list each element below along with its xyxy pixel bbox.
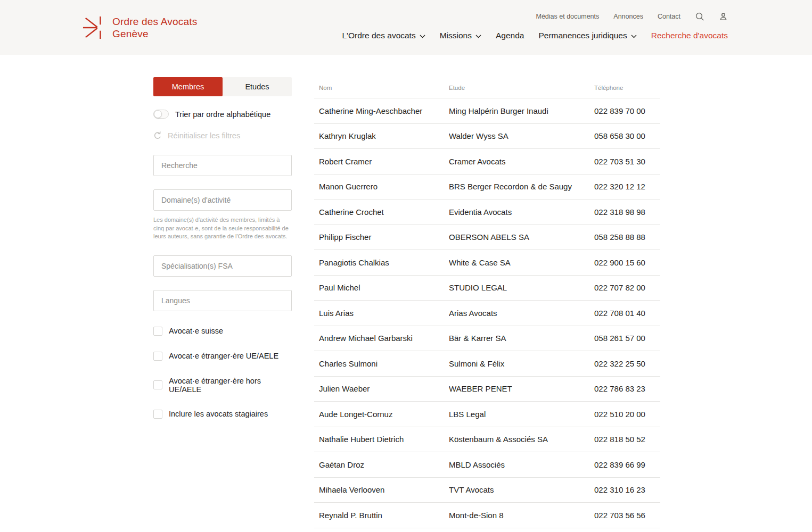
nav-contact[interactable]: Contact: [658, 13, 680, 20]
cell-nom: Aude Longet-Cornuz: [314, 410, 449, 419]
column-header-nom: Nom: [314, 85, 449, 91]
cell-etude: Köstenbaum & Associés SA: [449, 435, 594, 444]
domain-activity-input[interactable]: [153, 189, 292, 211]
cell-etude: Cramer Avocats: [449, 157, 594, 166]
cell-etude: White & Case SA: [449, 258, 594, 267]
nav-item-recherche-avocats[interactable]: Recherche d'avocats: [651, 30, 728, 41]
checkbox-avocat-etranger-hors-ue-aele[interactable]: Avocat·e étranger·ère hors UE/AELE: [153, 377, 292, 394]
reset-filters-button[interactable]: Réinitialiser les filtres: [153, 131, 292, 140]
reset-icon: [153, 131, 162, 140]
checkbox-box: [153, 352, 162, 361]
table-header-row: Nom Etude Téléphone: [314, 77, 660, 98]
cell-nom: Catherine Crochet: [314, 207, 449, 217]
nav-item-ordre-des-avocats[interactable]: L'Ordre des avocats: [342, 30, 425, 41]
site-logo[interactable]: Ordre des Avocats Genève: [83, 15, 197, 40]
sort-alphabetical-toggle[interactable]: [153, 110, 169, 119]
sort-toggle-label: Trier par ordre alphabétique: [175, 110, 270, 119]
cell-etude: Sulmoni & Félix: [449, 359, 594, 368]
reset-label: Réinitialiser les filtres: [168, 131, 240, 140]
cell-nom: Julien Waeber: [314, 384, 449, 393]
cell-tel: 022 708 01 40: [594, 309, 660, 318]
cell-etude: OBERSON ABELS SA: [449, 232, 594, 242]
checkbox-avocat-etranger-ue-aele[interactable]: Avocat·e étranger·ère UE/AELE: [153, 352, 292, 361]
cell-tel: 022 703 51 30: [594, 157, 660, 166]
table-row[interactable]: Charles SulmoniSulmoni & Félix022 322 25…: [314, 351, 660, 377]
cell-tel: 022 310 16 23: [594, 485, 660, 494]
result-type-tabs: Membres Etudes: [153, 77, 292, 96]
cell-nom: Reynald P. Bruttin: [314, 511, 449, 520]
domain-activity-note: Les domaine(s) d'activité des membres, l…: [153, 216, 290, 241]
table-row[interactable]: Philipp FischerOBERSON ABELS SA058 258 8…: [314, 225, 660, 251]
cell-tel: 022 818 50 52: [594, 435, 660, 444]
cell-etude: Ming Halpérin Burger Inaudi: [449, 106, 594, 115]
table-row[interactable]: Panagiotis ChalkiasWhite & Case SA022 90…: [314, 250, 660, 276]
cell-nom: Kathryn Kruglak: [314, 131, 449, 140]
languages-input[interactable]: [153, 290, 292, 311]
nav-item-permanences-juridiques[interactable]: Permanences juridiques: [538, 30, 636, 41]
cell-nom: Panagiotis Chalkias: [314, 258, 449, 267]
table-row[interactable]: Reynald P. BruttinMont-de-Sion 8022 703 …: [314, 503, 660, 528]
chevron-down-icon: [475, 35, 481, 38]
table-row[interactable]: Nathalie Hubert DietrichKöstenbaum & Ass…: [314, 427, 660, 453]
cell-etude: BRS Berger Recordon & de Saugy: [449, 182, 594, 191]
checkbox-box: [153, 380, 162, 389]
user-account-icon[interactable]: [719, 12, 728, 21]
cell-etude: LBS Legal: [449, 410, 594, 419]
cell-nom: Catherine Ming-Aeschbacher: [314, 106, 449, 115]
table-row[interactable]: Luis AriasArias Avocats022 708 01 40: [314, 301, 660, 326]
nav-item-missions[interactable]: Missions: [440, 30, 481, 41]
nav-item-agenda[interactable]: Agenda: [496, 30, 524, 41]
checkbox-inclure-avocats-stagiaires[interactable]: Inclure les avocats stagiaires: [153, 410, 292, 419]
table-row[interactable]: Manon GuerreroBRS Berger Recordon & de S…: [314, 174, 660, 200]
table-row[interactable]: Julien WaeberWAEBER PENET022 786 83 23: [314, 377, 660, 402]
nav-annonces[interactable]: Annonces: [613, 13, 643, 20]
cell-etude: Arias Avocats: [449, 309, 594, 318]
cell-etude: Bär & Karrer SA: [449, 334, 594, 343]
site-header: Ordre des Avocats Genève Médias et docum…: [0, 0, 812, 55]
toggle-knob: [154, 110, 162, 118]
search-icon[interactable]: [695, 12, 704, 21]
table-row[interactable]: Andrew Michael GarbarskiBär & Karrer SA0…: [314, 326, 660, 352]
cell-etude: WAEBER PENET: [449, 384, 594, 393]
cell-tel: 022 318 98 98: [594, 207, 660, 217]
cell-nom: Gaétan Droz: [314, 460, 449, 469]
checkbox-avocat-suisse[interactable]: Avocat·e suisse: [153, 327, 292, 336]
cell-nom: Andrew Michael Garbarski: [314, 334, 449, 343]
table-row[interactable]: Catherine CrochetEvidentia Avocats022 31…: [314, 200, 660, 225]
table-row[interactable]: Paul MichelSTUDIO LEGAL022 707 82 00: [314, 276, 660, 301]
cell-nom: Manon Guerrero: [314, 182, 449, 191]
cell-etude: STUDIO LEGAL: [449, 283, 594, 292]
table-row[interactable]: Gaétan DrozMBLD Associés022 839 66 99: [314, 452, 660, 478]
table-row[interactable]: Mihaela VerloovenTVT Avocats022 310 16 2…: [314, 478, 660, 503]
chevron-down-icon: [631, 35, 637, 38]
cell-tel: 022 703 56 56: [594, 511, 660, 520]
cell-etude: Mont-de-Sion 8: [449, 511, 594, 520]
cell-tel: 022 839 66 99: [594, 460, 660, 469]
column-header-telephone: Téléphone: [594, 85, 660, 91]
table-row[interactable]: Robert CramerCramer Avocats022 703 51 30: [314, 149, 660, 174]
tab-etudes[interactable]: Etudes: [223, 77, 292, 96]
cell-tel: 058 261 57 00: [594, 334, 660, 343]
table-row[interactable]: Aude Longet-CornuzLBS Legal022 510 20 00: [314, 402, 660, 427]
cell-tel: 022 786 83 23: [594, 384, 660, 393]
cell-nom: Nathalie Hubert Dietrich: [314, 435, 449, 444]
cell-nom: Robert Cramer: [314, 157, 449, 166]
fsa-specialisation-input[interactable]: [153, 255, 292, 277]
cell-nom: Luis Arias: [314, 309, 449, 318]
cell-tel: 022 510 20 00: [594, 410, 660, 419]
column-header-etude: Etude: [449, 85, 594, 91]
table-row[interactable]: Kathryn KruglakWalder Wyss SA058 658 30 …: [314, 124, 660, 149]
table-body: Catherine Ming-AeschbacherMing Halpérin …: [314, 98, 660, 528]
cell-nom: Mihaela Verlooven: [314, 485, 449, 494]
tab-membres[interactable]: Membres: [153, 77, 223, 96]
members-table: Nom Etude Téléphone Catherine Ming-Aesch…: [314, 77, 660, 528]
table-row[interactable]: Catherine Ming-AeschbacherMing Halpérin …: [314, 98, 660, 124]
cell-tel: 022 320 12 12: [594, 182, 660, 191]
cell-nom: Philipp Fischer: [314, 232, 449, 242]
cell-tel: 058 258 88 88: [594, 232, 660, 242]
nav-medias-documents[interactable]: Médias et documents: [536, 13, 599, 20]
search-input[interactable]: [153, 155, 292, 176]
cell-tel: 022 707 82 00: [594, 283, 660, 292]
cell-tel: 022 900 15 60: [594, 258, 660, 267]
cell-nom: Charles Sulmoni: [314, 359, 449, 368]
